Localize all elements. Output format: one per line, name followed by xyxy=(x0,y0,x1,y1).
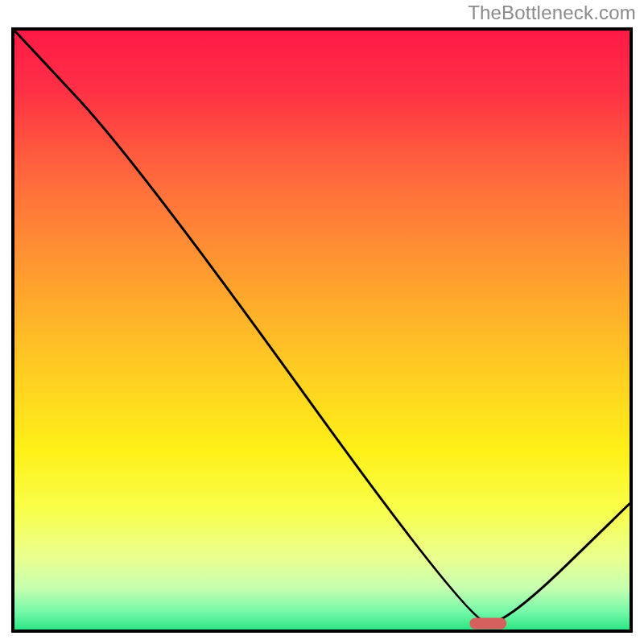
chart-container xyxy=(11,27,633,633)
chart-svg xyxy=(14,31,630,630)
gradient-background xyxy=(14,31,630,630)
marker-pill xyxy=(469,618,506,630)
attribution-text: TheBottleneck.com xyxy=(468,2,636,24)
